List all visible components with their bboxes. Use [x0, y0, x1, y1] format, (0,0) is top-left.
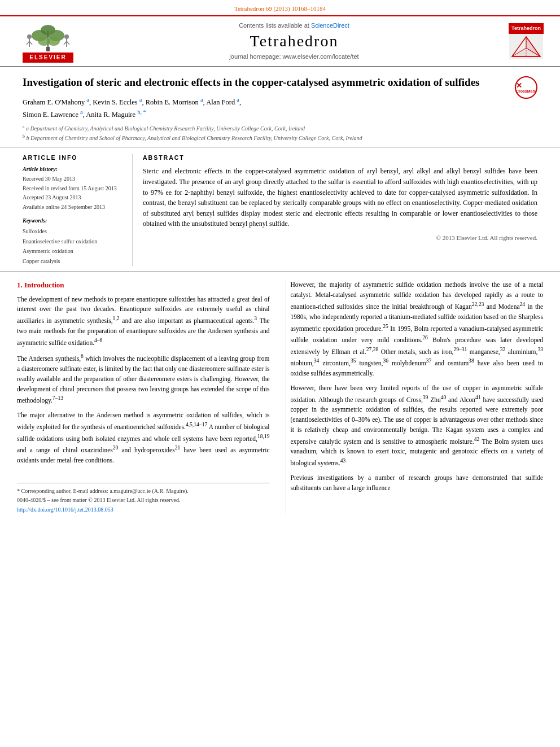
svg-point-11 [64, 34, 69, 39]
tetrahedron-logo-icon [509, 34, 543, 59]
right-paragraph-3: Previous investigations by a number of r… [291, 473, 544, 493]
copyright-line: © 2013 Elsevier Ltd. All rights reserved… [143, 234, 537, 242]
keyword-item: Enantioselective sulfur oxidation [23, 237, 124, 247]
issn-line: 0040-4020/$ – see front matter © 2013 El… [17, 496, 270, 504]
journal-homepage-label: journal homepage: www.elsevier.com/locat… [90, 53, 498, 61]
right-column: However, the majority of asymmetric sulf… [286, 280, 544, 514]
svg-rect-0 [46, 47, 50, 51]
left-column: 1. Introduction The development of new m… [17, 280, 274, 514]
doi-link[interactable]: http://dx.doi.org/10.1016/j.tet.2013.08.… [17, 506, 113, 513]
journal-ref-text: Tetrahedron 69 (2013) 10168–10184 [234, 5, 326, 12]
crossmark-badge[interactable]: ✕CrossMark [515, 76, 537, 99]
header-bar: ELSEVIER Contents lists available at Sci… [0, 15, 560, 67]
abstract-heading: ABSTRACT [143, 154, 537, 162]
contents-line: Contents lists available at ScienceDirec… [90, 21, 498, 30]
accepted-date: Accepted 23 August 2013 [23, 193, 124, 203]
article-info-heading: ARTICLE INFO [23, 154, 124, 162]
article-header: ✕CrossMark Investigation of steric and e… [0, 67, 560, 148]
journal-title-display: Tetrahedron [90, 32, 498, 51]
section-1-heading: 1. Introduction [17, 280, 270, 290]
affiliation-b: b b Department of Chemistry and School o… [23, 133, 537, 142]
keyword-item: Asymmetric oxidation [23, 246, 124, 256]
svg-point-7 [27, 34, 32, 39]
available-date: Available online 24 September 2013 [23, 203, 124, 212]
elsevier-brand-label: ELSEVIER [23, 53, 73, 63]
corresponding-author-note: * Corresponding author. E-mail address: … [17, 487, 270, 495]
keywords-label: Keywords: [23, 217, 124, 225]
tetrahedron-logo-text: Tetrahedron [511, 25, 541, 32]
keywords-list: Sulfoxides Enantioselective sulfur oxida… [23, 226, 124, 266]
tetrahedron-logo-right: Tetrahedron [504, 23, 549, 59]
intro-paragraph-1: The development of new methods to prepar… [17, 295, 270, 348]
elsevier-logo-area: ELSEVIER [11, 20, 85, 63]
keyword-item: Sulfoxides [23, 226, 124, 237]
journal-reference-line: Tetrahedron 69 (2013) 10168–10184 [0, 0, 560, 15]
abstract-text: Steric and electronic effects in the cop… [143, 166, 537, 229]
intro-paragraph-2: The Andersen synthesis,6 which involves … [17, 352, 270, 406]
article-title: Investigation of steric and electronic e… [23, 75, 537, 90]
history-label: Article history: [23, 165, 124, 173]
intro-paragraph-3: The major alternative to the Andersen me… [17, 410, 270, 466]
main-content: 1. Introduction The development of new m… [0, 272, 560, 519]
keyword-item: Copper catalysis [23, 256, 124, 267]
footnote-area: * Corresponding author. E-mail address: … [17, 483, 270, 514]
received-revised-date: Received in revised form 15 August 2013 [23, 184, 124, 194]
article-history: Article history: Received 30 May 2013 Re… [23, 165, 124, 212]
header-center: Contents lists available at ScienceDirec… [90, 21, 498, 61]
right-paragraph-1: However, the majority of asymmetric sulf… [291, 280, 544, 378]
crossmark-icon: ✕CrossMark [516, 81, 536, 94]
article-info-abstract-section: ARTICLE INFO Article history: Received 3… [0, 148, 560, 273]
authors-line: Graham E. O'Mahony a, Kevin S. Eccles a,… [23, 95, 537, 120]
elsevier-tree-icon [23, 20, 73, 53]
svg-point-6 [47, 37, 60, 46]
keywords-section: Keywords: Sulfoxides Enantioselective su… [23, 217, 124, 266]
sciencedirect-link[interactable]: ScienceDirect [311, 22, 349, 29]
article-info-panel: ARTICLE INFO Article history: Received 3… [23, 154, 133, 267]
right-paragraph-2: However, there have been very limited re… [291, 383, 544, 469]
affiliation-a: a a Department of Chemistry, Analytical … [23, 124, 537, 133]
abstract-panel: ABSTRACT Steric and electronic effects i… [143, 154, 537, 267]
received-date: Received 30 May 2013 [23, 174, 124, 184]
